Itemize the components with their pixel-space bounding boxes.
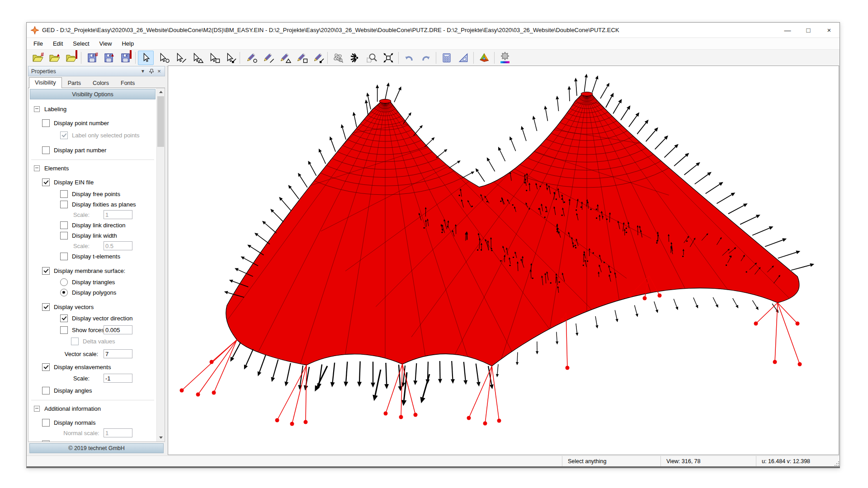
pencil-icon [278,52,289,63]
checkbox-display-link-width[interactable] [60,232,68,239]
close-button[interactable]: × [819,23,840,38]
menu-help[interactable]: Help [117,38,139,49]
checkbox-label-only-selected-points[interactable] [60,131,68,139]
select-points-tool-button[interactable] [155,51,170,65]
select-triangles-tool-button[interactable] [188,51,204,65]
open-ein-button[interactable]: # [29,51,45,65]
checkbox-display-point-number[interactable] [42,119,50,127]
zoom-center-button[interactable] [347,51,363,65]
input-scale-0-5[interactable] [104,241,132,250]
pin-icon[interactable] [147,68,155,75]
checkbox-display-t-elements[interactable] [60,253,68,260]
save-dre-button[interactable]: ▲ [100,51,116,65]
select-squares-tool-button[interactable] [205,51,221,65]
checkbox-display-ein-file[interactable] [42,178,50,186]
checkbox-display-vectors[interactable] [42,303,50,311]
floppy-icon [120,52,131,63]
label-display-link-direction: Display link direction [72,222,126,229]
input-scale-1[interactable] [104,374,132,383]
input-vector-scale-7[interactable] [104,349,132,358]
collapse-icon[interactable] [34,406,40,412]
select-tool-button[interactable] [138,51,154,65]
panel-menu-icon[interactable]: ▼ [139,68,146,75]
draw-links-tool-button[interactable] [259,51,275,65]
orbit-view-button[interactable] [330,51,346,65]
extents-icon [383,52,394,63]
collapse-icon[interactable] [34,106,40,112]
menu-select[interactable]: Select [68,38,94,49]
draw-filled-links-tool-button[interactable] [309,51,325,65]
measure-button[interactable] [455,51,471,65]
row-display-free-points: Display free points [28,189,157,199]
scroll-up-icon[interactable] [157,88,165,96]
checkbox-display-angles[interactable] [42,387,50,394]
field-row-vector-scale: Vector scale: [28,349,157,359]
input-scale-1[interactable] [104,210,132,219]
row-display-triangles: Display triangles [28,277,157,287]
label-label-only-selected-points: Label only selected points [72,132,140,139]
row-display-normals: Display normals [28,418,157,428]
draw-points-tool-button[interactable] [242,51,258,65]
scroll-down-icon[interactable] [157,434,165,441]
panel-close-icon[interactable]: × [156,68,163,75]
checkbox-display-membrane-surface[interactable] [42,267,50,275]
input-normal-scale-1[interactable] [104,428,132,437]
section-label-labeling: Labeling [44,106,66,113]
checkbox-display-fixities-as-planes[interactable] [60,201,68,208]
checkbox-display-contour-lines[interactable] [42,441,50,441]
checkbox-display-part-number[interactable] [42,146,50,154]
resize-grip[interactable] [833,456,840,466]
checkbox-display-free-points[interactable] [60,190,68,198]
field-label-scale: Scale: [61,375,102,382]
calculator-button[interactable] [439,51,454,65]
toolbar-separator [398,52,399,64]
title-bar: GED - D:\2_Projekte\Easy\2020\03_26_Webs… [27,23,840,38]
maximize-button[interactable]: □ [798,23,819,38]
scrollbar-thumb[interactable] [157,96,164,147]
cursor-icon [175,52,184,63]
open-eck-button[interactable] [63,51,79,65]
field-row-scale: Scale: [28,210,157,220]
viewport-3d[interactable] [168,66,839,455]
row-display-link-direction: Display link direction [28,220,157,230]
cursor-icon [158,52,168,63]
tab-colors[interactable]: Colors [87,78,115,88]
fem-view-button[interactable] [476,51,492,65]
label-display-enslavements: Display enslavements [54,364,111,371]
checkbox-display-normals[interactable] [42,419,50,427]
radio-display-triangles[interactable] [60,278,68,286]
collapse-icon[interactable] [34,165,40,171]
label-display-point-number: Display point number [54,120,109,127]
select-filled-links-tool-button[interactable] [222,51,237,65]
select-links-tool-button[interactable] [171,51,187,65]
input-show-forces[interactable] [104,325,132,334]
zoom-window-button[interactable] [363,51,379,65]
checkbox-display-enslavements[interactable] [42,363,50,371]
pencil-icon [312,52,323,63]
draw-triangles-tool-button[interactable] [276,51,292,65]
save-ein-button[interactable]: # [84,51,99,65]
status-uv-coords: u: 16.484 v: 12.398 [756,456,833,466]
zoom-extents-button[interactable] [380,51,396,65]
visibility-options-list: Visibility Options LabelingDisplay point… [28,88,157,441]
tab-parts[interactable]: Parts [62,78,87,88]
undo-button[interactable] [401,51,417,65]
radio-display-polygons[interactable] [60,289,68,296]
open-dre-button[interactable]: ▲ [46,51,62,65]
menu-view[interactable]: View [94,38,117,49]
panel-scrollbar[interactable] [156,88,165,441]
tab-visibility[interactable]: Visibility [29,77,62,88]
checkbox-display-vector-direction[interactable] [60,314,68,322]
save-eck-button[interactable] [117,51,133,65]
menu-file[interactable]: File [28,38,48,49]
checkbox-display-link-direction[interactable] [60,221,68,229]
settings-button[interactable] [497,51,513,65]
pencil-icon [245,52,256,63]
menu-edit[interactable]: Edit [48,38,68,49]
checkbox-delta-values[interactable] [71,338,79,345]
redo-button[interactable] [418,51,434,65]
minimize-button[interactable]: — [777,23,798,38]
tab-fonts[interactable]: Fonts [115,78,141,88]
draw-squares-tool-button[interactable] [292,51,308,65]
checkbox-show-forces[interactable] [60,326,68,334]
